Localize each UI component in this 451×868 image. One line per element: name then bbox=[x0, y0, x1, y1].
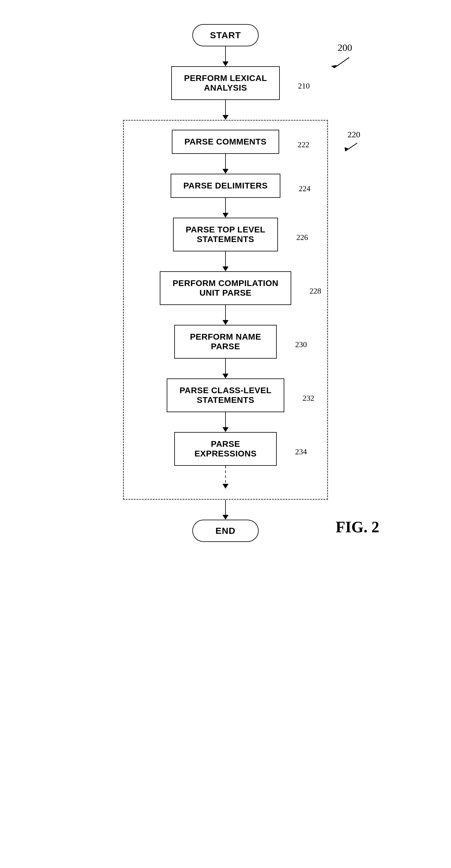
arrow-compilation-to-nameparse bbox=[223, 305, 228, 325]
arrow-dashed-to-end bbox=[223, 500, 228, 520]
compilation-ref: 228 bbox=[310, 287, 321, 296]
comments-label: PARSE COMMENTS bbox=[185, 137, 267, 146]
delimiters-node-wrapper: PARSE DELIMITERS 224 bbox=[171, 174, 280, 198]
nameparse-node: PERFORM NAME PARSE bbox=[174, 325, 277, 359]
expressions-node: PARSE EXPRESSIONS bbox=[174, 432, 277, 466]
end-label: END bbox=[192, 520, 259, 542]
arrow-start-to-lexical bbox=[223, 46, 228, 66]
lexical-node-wrapper: PERFORM LEXICAL ANALYSIS 210 bbox=[171, 66, 279, 100]
nameparse-label: PERFORM NAME PARSE bbox=[190, 332, 261, 351]
toplevel-node-wrapper: PARSE TOP LEVEL STATEMENTS 226 bbox=[173, 218, 278, 251]
fig-label: FIG. 2 bbox=[336, 519, 379, 536]
lexical-ref: 210 bbox=[298, 82, 310, 91]
comments-ref: 222 bbox=[298, 140, 309, 149]
classlevel-ref: 232 bbox=[303, 394, 314, 403]
arrow-toplevel-to-compilation bbox=[223, 251, 228, 271]
classlevel-node: PARSE CLASS-LEVEL STATEMENTS bbox=[167, 378, 284, 412]
start-label: START bbox=[192, 24, 259, 46]
classlevel-node-wrapper: PARSE CLASS-LEVEL STATEMENTS 232 bbox=[167, 378, 284, 412]
compilation-label: PERFORM COMPILATION UNIT PARSE bbox=[172, 279, 278, 298]
arrow-classlevel-to-expressions bbox=[223, 412, 228, 432]
lexical-label: PERFORM LEXICAL ANALYSIS bbox=[184, 73, 267, 92]
toplevel-node: PARSE TOP LEVEL STATEMENTS bbox=[173, 218, 278, 251]
comments-node: PARSE COMMENTS bbox=[172, 130, 279, 154]
section-ref-label: 220 bbox=[347, 130, 360, 140]
classlevel-label: PARSE CLASS-LEVEL STATEMENTS bbox=[179, 386, 271, 405]
ref-200-label: 200 bbox=[338, 42, 352, 53]
diagram-container: 200 START PERFORM LEXICAL ANALYSIS 210 2… bbox=[90, 12, 361, 542]
start-node: START bbox=[192, 24, 259, 46]
expressions-ref: 234 bbox=[295, 447, 307, 457]
lexical-node: PERFORM LEXICAL ANALYSIS bbox=[171, 66, 279, 100]
end-node-wrapper: END bbox=[192, 520, 259, 542]
nameparse-node-wrapper: PERFORM NAME PARSE 230 bbox=[174, 325, 277, 359]
svg-line-2 bbox=[345, 143, 357, 151]
dashed-section: 220 PARSE COMMENTS 222 PARSE DELIMITERS … bbox=[123, 120, 328, 500]
compilation-node: PERFORM COMPILATION UNIT PARSE bbox=[160, 271, 291, 305]
dashed-arrow-out bbox=[223, 466, 228, 490]
arrow-delimiters-to-toplevel bbox=[223, 198, 228, 218]
delimiters-ref: 224 bbox=[299, 184, 311, 193]
svg-line-0 bbox=[334, 58, 349, 68]
toplevel-ref: 226 bbox=[297, 233, 308, 242]
nameparse-ref: 230 bbox=[295, 340, 307, 349]
compilation-node-wrapper: PERFORM COMPILATION UNIT PARSE 228 bbox=[160, 271, 291, 305]
comments-node-wrapper: PARSE COMMENTS 222 bbox=[172, 130, 279, 154]
toplevel-label: PARSE TOP LEVEL STATEMENTS bbox=[186, 225, 265, 244]
section-ref-arrow bbox=[342, 141, 360, 153]
arrow-comments-to-delimiters bbox=[223, 154, 228, 174]
arrow-lexical-to-dashed bbox=[223, 100, 228, 120]
arrow-nameparse-to-classlevel bbox=[223, 359, 228, 378]
delimiters-node: PARSE DELIMITERS bbox=[171, 174, 280, 198]
delimiters-label: PARSE DELIMITERS bbox=[183, 181, 268, 190]
ref-200-arrow bbox=[328, 55, 352, 69]
expressions-label: PARSE EXPRESSIONS bbox=[194, 439, 257, 458]
expressions-node-wrapper: PARSE EXPRESSIONS 234 bbox=[174, 432, 277, 466]
